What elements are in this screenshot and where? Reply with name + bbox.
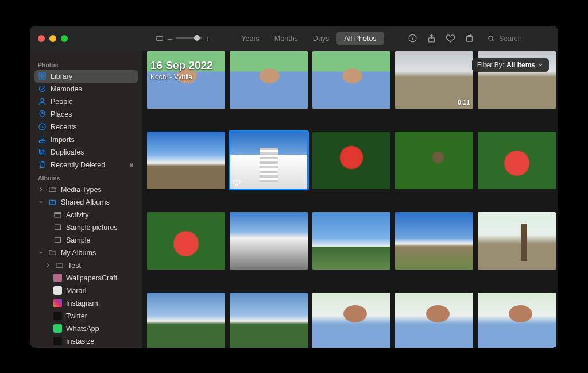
svg-rect-13 <box>40 140 45 143</box>
sidebar-item-imports[interactable]: Imports <box>34 133 138 146</box>
date-title: 16 Sep 2022 <box>150 59 213 72</box>
sidebar-item-activity[interactable]: Activity <box>34 209 138 221</box>
sidebar-item-my-albums[interactable]: My Albums <box>34 247 138 259</box>
favorite-badge-icon <box>233 179 241 187</box>
filter-prefix: Filter By: <box>477 61 504 69</box>
photo-thumbnail[interactable] <box>147 212 225 270</box>
window-zoom[interactable] <box>61 35 68 42</box>
svg-rect-0 <box>157 36 163 40</box>
sidebar-item-marari[interactable]: Marari <box>34 284 138 297</box>
search-input[interactable] <box>498 34 544 43</box>
filter-value: All Items <box>506 61 535 69</box>
photo-thumbnail[interactable] <box>312 293 390 348</box>
photo-thumbnail[interactable] <box>230 132 308 189</box>
photo-thumbnail[interactable] <box>147 293 225 348</box>
photos-window: – + YearsMonthsDaysAll Photos PhotosLibr… <box>30 26 558 348</box>
photo-thumbnail[interactable] <box>478 212 556 270</box>
rotate-icon[interactable] <box>465 33 474 43</box>
filter-pill[interactable]: Filter By: All Items <box>472 58 549 72</box>
album-thumb <box>53 337 62 345</box>
shared-icon <box>48 198 57 206</box>
sidebar-item-recently-deleted[interactable]: Recently Deleted <box>34 159 138 171</box>
sidebar-item-shared-albums[interactable]: Shared Albums <box>34 196 138 209</box>
disclosure-right-icon[interactable] <box>38 186 44 193</box>
svg-rect-8 <box>43 77 45 79</box>
zoom-in-label: + <box>206 34 210 43</box>
sidebar-item-label: Places <box>51 110 72 118</box>
library-icon <box>38 72 47 80</box>
svg-rect-19 <box>55 225 61 230</box>
disclosure-down-icon[interactable] <box>38 249 44 256</box>
photo-thumbnail[interactable] <box>230 293 308 348</box>
view-tab-years[interactable]: Years <box>234 32 267 45</box>
zoom-slider-track[interactable] <box>176 37 202 39</box>
photo-thumbnail[interactable] <box>312 212 390 270</box>
sidebar-item-recents[interactable]: Recents <box>34 121 138 133</box>
svg-point-17 <box>52 202 53 203</box>
album-thumb <box>53 299 62 307</box>
sidebar-item-label: Recently Deleted <box>51 161 105 169</box>
photo-thumbnail[interactable] <box>230 212 308 270</box>
date-location: Kochi - Vyttila <box>150 73 213 81</box>
imports-icon <box>38 135 47 144</box>
photo-thumbnail[interactable] <box>147 132 225 189</box>
zoom-slider-thumb[interactable] <box>194 35 200 41</box>
sidebar-item-twitter[interactable]: Twitter <box>34 310 138 322</box>
search-field[interactable] <box>483 32 552 45</box>
photo-thumbnail[interactable] <box>312 51 390 109</box>
view-tab-all-photos[interactable]: All Photos <box>336 32 384 45</box>
photo-row <box>142 132 558 189</box>
sidebar-item-instagram[interactable]: Instagram <box>34 297 138 310</box>
photo-thumbnail[interactable] <box>478 293 556 348</box>
sidebar-item-test[interactable]: Test <box>34 259 138 272</box>
view-tab-days[interactable]: Days <box>305 32 336 45</box>
sidebar-item-library[interactable]: Library <box>34 70 138 83</box>
photo-thumbnail[interactable]: 0:11 <box>395 51 473 109</box>
sidebar-item-instasize[interactable]: Instasize <box>34 335 138 348</box>
sidebar-item-label: Recents <box>51 123 77 131</box>
svg-point-11 <box>41 112 43 114</box>
sidebar-item-duplicates[interactable]: Duplicates <box>34 146 138 159</box>
disclosure-down-icon[interactable] <box>38 199 44 205</box>
sidebar-item-media-types[interactable]: Media Types <box>34 183 138 196</box>
svg-rect-20 <box>55 237 61 243</box>
favorite-icon[interactable] <box>446 33 455 43</box>
sidebar-item-label: Media Types <box>61 186 102 194</box>
sidebar-item-sample[interactable]: Sample <box>34 234 138 247</box>
thumbnail-size-slider[interactable]: – + <box>155 34 210 43</box>
svg-rect-3 <box>467 37 473 41</box>
photo-thumbnail[interactable] <box>312 132 390 189</box>
memories-icon <box>38 84 47 93</box>
photo-row <box>142 212 558 270</box>
photo-thumbnail[interactable] <box>478 132 556 189</box>
svg-rect-7 <box>39 77 41 79</box>
svg-rect-16 <box>50 200 56 205</box>
window-close[interactable] <box>38 35 45 42</box>
sidebar-item-label: Sample <box>66 236 90 244</box>
svg-point-10 <box>41 99 44 102</box>
aspect-ratio-icon <box>155 34 164 43</box>
photo-thumbnail[interactable] <box>395 293 473 348</box>
sidebar-item-label: Imports <box>51 136 75 144</box>
chevron-down-icon <box>537 61 544 68</box>
photo-thumbnail[interactable] <box>395 132 473 189</box>
info-icon[interactable] <box>408 33 417 43</box>
photo-thumbnail[interactable] <box>230 51 308 109</box>
view-tab-months[interactable]: Months <box>267 32 305 45</box>
sidebar-item-places[interactable]: Places <box>34 108 138 121</box>
recents-icon <box>38 122 47 131</box>
lock-icon <box>129 161 134 168</box>
photo-thumbnail[interactable] <box>395 212 473 270</box>
sidebar-item-sample-pictures[interactable]: Sample pictures <box>34 221 138 234</box>
sidebar-item-label: Memories <box>51 85 82 93</box>
disclosure-right-icon[interactable] <box>45 262 51 268</box>
sidebar-item-wallpaperscraft[interactable]: WallpapersCraft <box>34 272 138 284</box>
sidebar-item-memories[interactable]: Memories <box>34 83 138 95</box>
sidebar-item-people[interactable]: People <box>34 95 138 108</box>
photo-row <box>142 293 558 348</box>
sidebar-item-label: People <box>51 98 73 106</box>
sidebar-item-whatsapp[interactable]: WhatsApp <box>34 322 138 335</box>
window-minimize[interactable] <box>49 35 56 42</box>
sidebar-item-label: Test <box>68 262 81 270</box>
share-icon[interactable] <box>427 33 436 43</box>
